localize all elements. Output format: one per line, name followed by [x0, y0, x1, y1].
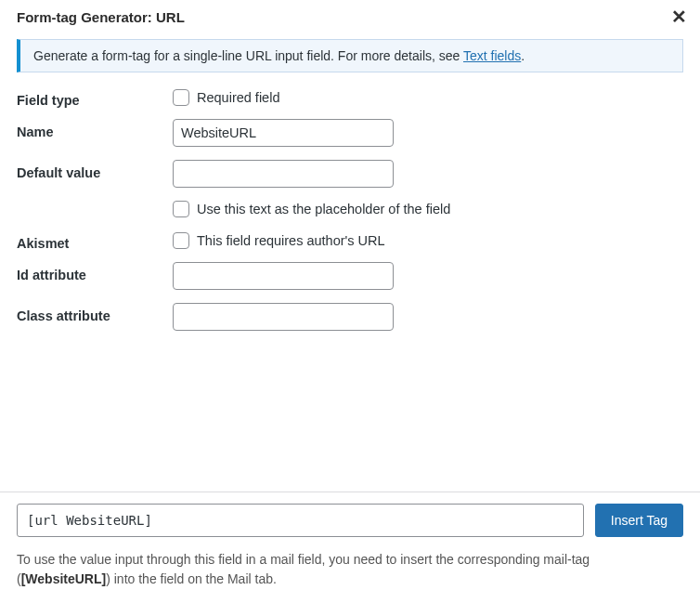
class-attribute-label: Class attribute: [17, 303, 173, 333]
name-label: Name: [17, 119, 173, 149]
footer-note-tag: [WebsiteURL]: [21, 571, 107, 586]
info-text: Generate a form-tag for a single-line UR…: [33, 48, 463, 63]
default-value-label: Default value: [17, 160, 173, 190]
field-type-label: Field type: [17, 87, 173, 117]
footer-note-suffix: ) into the field on the Mail tab.: [106, 571, 277, 586]
dialog-header: Form-tag Generator: URL ✕: [0, 0, 700, 28]
dialog-title: Form-tag Generator: URL: [17, 9, 668, 25]
name-input[interactable]: [173, 119, 394, 147]
footer-note: To use the value input through this fiel…: [17, 550, 683, 590]
info-box: Generate a form-tag for a single-line UR…: [17, 39, 683, 72]
akismet-label: Akismet: [17, 230, 173, 260]
form-tag-generator-dialog: Form-tag Generator: URL ✕ Generate a for…: [0, 0, 700, 603]
akismet-checkbox[interactable]: [173, 232, 189, 249]
placeholder-checkbox[interactable]: [173, 201, 189, 217]
default-value-input[interactable]: [173, 160, 394, 188]
id-attribute-label: Id attribute: [17, 262, 173, 292]
akismet-row[interactable]: This field requires author's URL: [173, 230, 683, 249]
class-attribute-input[interactable]: [173, 303, 394, 331]
required-checkbox[interactable]: [173, 89, 189, 106]
required-field-row[interactable]: Required field: [173, 87, 683, 106]
info-suffix: .: [521, 48, 525, 63]
close-icon[interactable]: ✕: [668, 6, 691, 28]
dialog-footer: Insert Tag To use the value input throug…: [0, 492, 700, 603]
dialog-body: Generate a form-tag for a single-line UR…: [0, 28, 700, 492]
info-link[interactable]: Text fields: [463, 48, 521, 63]
required-checkbox-label: Required field: [197, 90, 279, 105]
placeholder-row[interactable]: Use this text as the placeholder of the …: [173, 199, 683, 217]
placeholder-checkbox-label: Use this text as the placeholder of the …: [197, 202, 450, 216]
form-grid: Field type Required field Name Default v…: [17, 87, 683, 344]
akismet-checkbox-label: This field requires author's URL: [197, 233, 385, 248]
generated-tag-output[interactable]: [17, 504, 584, 537]
insert-tag-button[interactable]: Insert Tag: [595, 504, 683, 537]
id-attribute-input[interactable]: [173, 262, 394, 290]
